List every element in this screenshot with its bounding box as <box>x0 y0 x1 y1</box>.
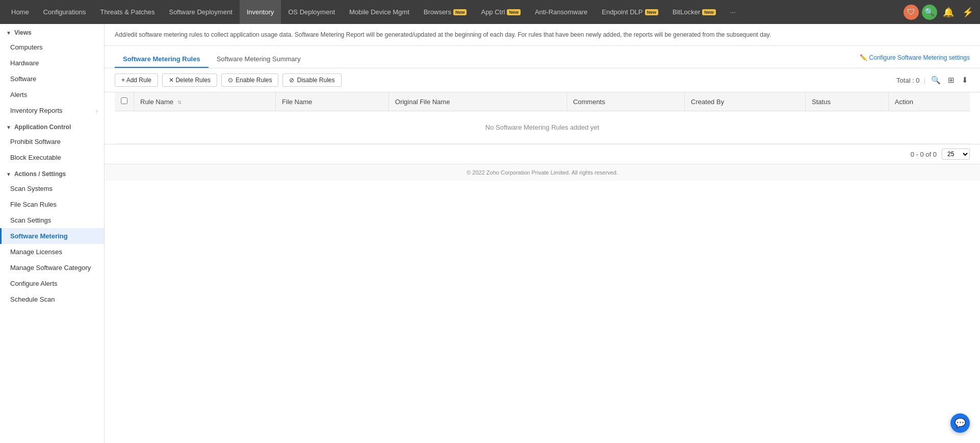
grid-view-icon[interactable]: ⊞ <box>946 74 956 86</box>
sidebar-item-software[interactable]: Software <box>0 71 104 87</box>
search-icon[interactable]: 🔍 <box>922 5 937 20</box>
table-header-checkbox <box>115 92 134 111</box>
appctr-badge: New <box>507 9 521 15</box>
dlp-badge: New <box>645 9 659 15</box>
download-icon[interactable]: ⬇ <box>960 74 970 86</box>
nav-configurations[interactable]: Configurations <box>36 0 93 24</box>
col-original-file-name: Original File Name <box>389 92 566 111</box>
disable-circle-icon: ⊘ <box>289 77 294 84</box>
main-layout: ▼ Views Computers Hardware Software Aler… <box>0 24 980 443</box>
select-all-checkbox[interactable] <box>121 97 127 104</box>
sidebar-section-actions[interactable]: ▼ Actions / Settings <box>0 165 104 181</box>
nav-items: Home Configurations Threats & Patches So… <box>4 0 904 24</box>
nav-more[interactable]: ··· <box>723 0 743 24</box>
nav-right-icons: 🛡 🔍 🔔 ⚡ <box>904 4 976 20</box>
chat-button[interactable]: 💬 <box>950 413 970 433</box>
footer: © 2022 Zoho Corporation Private Limited.… <box>105 164 980 181</box>
metering-rules-table: Rule Name ⇅ File Name Original File Name… <box>115 92 970 144</box>
sidebar: ▼ Views Computers Hardware Software Aler… <box>0 24 105 443</box>
enable-check-icon: ⊙ <box>228 77 233 84</box>
tabs-left: Software Metering Rules Software Meterin… <box>115 51 308 68</box>
nav-endpoint-dlp[interactable]: Endpoint DLP New <box>595 0 665 24</box>
sidebar-item-manage-licenses[interactable]: Manage Licenses <box>0 244 104 260</box>
nav-anti-ransomware[interactable]: Anti-Ransomware <box>528 0 595 24</box>
sidebar-item-scan-systems[interactable]: Scan Systems <box>0 181 104 196</box>
col-rule-name: Rule Name ⇅ <box>134 92 276 111</box>
info-bar: Add/edit software metering rules to coll… <box>105 24 980 46</box>
search-table-icon[interactable]: 🔍 <box>930 74 942 86</box>
sidebar-item-hardware[interactable]: Hardware <box>0 55 104 71</box>
table-container: Rule Name ⇅ File Name Original File Name… <box>105 92 980 144</box>
sidebar-item-manage-software-category[interactable]: Manage Software Category <box>0 260 104 276</box>
app-control-arrow-icon: ▼ <box>6 125 11 130</box>
total-info: Total : 0 | 🔍 ⊞ ⬇ <box>896 74 970 86</box>
browsers-badge: New <box>453 9 467 15</box>
nav-home[interactable]: Home <box>4 0 36 24</box>
main-content: Add/edit software metering rules to coll… <box>105 24 980 443</box>
col-comments: Comments <box>566 92 684 111</box>
sidebar-item-software-metering[interactable]: Software Metering <box>0 228 104 244</box>
col-created-by: Created By <box>685 92 806 111</box>
col-action: Action <box>888 92 970 111</box>
nav-browsers[interactable]: Browsers New <box>417 0 474 24</box>
nav-threats-patches[interactable]: Threats & Patches <box>93 0 162 24</box>
sort-icon[interactable]: ⇅ <box>177 100 182 105</box>
shield-icon[interactable]: 🛡 <box>904 5 919 20</box>
bell-icon[interactable]: 🔔 <box>940 4 957 20</box>
disable-rules-button[interactable]: ⊘ Disable Rules <box>282 73 341 87</box>
sidebar-item-file-scan-rules[interactable]: File Scan Rules <box>0 196 104 212</box>
actions-arrow-icon: ▼ <box>6 171 11 177</box>
empty-row: No Software Metering Rules added yet <box>115 111 970 144</box>
sidebar-item-scan-settings[interactable]: Scan Settings <box>0 212 104 228</box>
sidebar-item-inventory-reports[interactable]: Inventory Reports › <box>0 103 104 118</box>
nav-inventory[interactable]: Inventory <box>240 0 281 24</box>
lightning-icon[interactable]: ⚡ <box>960 4 976 20</box>
tab-software-metering-rules[interactable]: Software Metering Rules <box>115 51 209 68</box>
nav-app-ctrl[interactable]: App Ctrl New <box>474 0 527 24</box>
views-arrow-icon: ▼ <box>6 30 11 36</box>
nav-mobile-device[interactable]: Mobile Device Mgmt <box>342 0 417 24</box>
bitlocker-badge: New <box>702 9 716 15</box>
nav-software-deployment[interactable]: Software Deployment <box>162 0 239 24</box>
add-rule-button[interactable]: + Add Rule <box>115 73 158 87</box>
toolbar: + Add Rule ✕ Delete Rules ⊙ Enable Rules… <box>105 68 980 92</box>
pencil-icon: ✏️ <box>860 54 867 61</box>
sidebar-item-alerts[interactable]: Alerts <box>0 87 104 103</box>
pagination-bar: 0 - 0 of 0 25 50 100 <box>105 144 980 164</box>
sidebar-section-app-control[interactable]: ▼ Application Control <box>0 118 104 134</box>
empty-message: No Software Metering Rules added yet <box>115 111 970 144</box>
configure-metering-link[interactable]: ✏️ Configure Software Metering settings <box>860 54 970 65</box>
per-page-select[interactable]: 25 50 100 <box>942 149 970 160</box>
nav-bitlocker[interactable]: BitLocker New <box>665 0 723 24</box>
pagination-range: 0 - 0 of 0 <box>911 151 937 158</box>
top-navigation: Home Configurations Threats & Patches So… <box>0 0 980 24</box>
inventory-reports-chevron-icon: › <box>96 108 98 114</box>
tab-software-metering-summary[interactable]: Software Metering Summary <box>209 51 309 68</box>
col-status: Status <box>806 92 889 111</box>
sidebar-item-computers[interactable]: Computers <box>0 39 104 55</box>
col-file-name: File Name <box>276 92 389 111</box>
delete-rules-button[interactable]: ✕ Delete Rules <box>162 73 217 87</box>
enable-rules-button[interactable]: ⊙ Enable Rules <box>221 73 278 87</box>
sidebar-item-configure-alerts[interactable]: Configure Alerts <box>0 276 104 291</box>
nav-os-deployment[interactable]: OS Deployment <box>281 0 342 24</box>
tabs-bar: Software Metering Rules Software Meterin… <box>105 46 980 68</box>
sidebar-item-block-executable[interactable]: Block Executable <box>0 150 104 165</box>
sidebar-item-schedule-scan[interactable]: Schedule Scan <box>0 291 104 307</box>
sidebar-section-views[interactable]: ▼ Views <box>0 24 104 39</box>
sidebar-item-prohibit-software[interactable]: Prohibit Software <box>0 134 104 150</box>
